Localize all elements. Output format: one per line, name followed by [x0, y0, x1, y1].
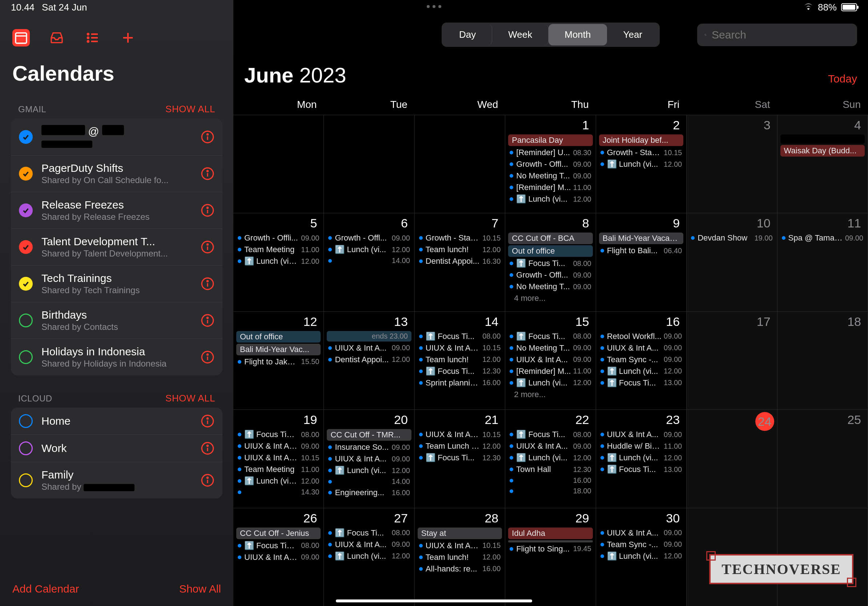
event-row[interactable]: ⬆️ Focus Ti...12.30 — [418, 452, 502, 463]
info-icon[interactable] — [201, 240, 214, 254]
event-bar[interactable]: Out of office — [508, 245, 592, 257]
event-row[interactable]: ⬆️ Focus Ti...08.00 — [418, 331, 502, 342]
event-bar[interactable]: ends 23.00 — [327, 331, 411, 342]
add-button[interactable] — [119, 29, 137, 46]
event-row[interactable]: UIUX & Int A...09.00 — [327, 453, 411, 464]
add-calendar-button[interactable]: Add Calendar — [12, 583, 79, 595]
event-row[interactable]: ⬆️ Focus Tim...08.00 — [236, 540, 321, 551]
event-row[interactable]: Town Hall12.30 — [508, 464, 592, 475]
event-row[interactable]: Growth - Offl...09.00 — [327, 232, 411, 243]
event-bar[interactable]: Bali Mid-Year Vacation — [599, 232, 684, 244]
segment-week[interactable]: Week — [492, 24, 549, 45]
event-row[interactable]: Team lunch!12.00 — [418, 354, 502, 365]
calendar-checkbox[interactable] — [19, 441, 33, 455]
event-bar[interactable]: Idul Adha — [508, 527, 592, 539]
show-all-button[interactable]: Show All — [179, 583, 221, 595]
segment-day[interactable]: Day — [443, 24, 492, 45]
event-row[interactable]: 16.00 — [508, 476, 592, 485]
info-icon[interactable] — [201, 414, 214, 428]
event-row[interactable]: Flight to Jakar...15.50 — [236, 356, 321, 367]
info-icon[interactable] — [201, 167, 214, 181]
home-indicator[interactable] — [336, 600, 532, 602]
event-row[interactable]: Growth - Offl...09.00 — [508, 270, 592, 280]
day-cell[interactable]: 2Joint Holiday bef...Growth - Stan...10.… — [596, 115, 687, 213]
event-row[interactable]: ⬆️ Lunch (vi...12.00 — [327, 244, 411, 255]
event-row[interactable]: UIUX & Int A...09.00 — [508, 354, 592, 365]
event-row[interactable]: ⬆️ Focus Ti...08.00 — [508, 331, 592, 342]
more-link[interactable]: 2 more... — [508, 389, 592, 400]
day-cell[interactable]: 6Growth - Offl...09.00⬆️ Lunch (vi...12.… — [324, 213, 414, 311]
day-cell[interactable]: 25 — [778, 410, 868, 507]
event-bar[interactable]: Waisak Day (Budd... — [780, 145, 865, 156]
day-cell[interactable]: 14⬆️ Focus Ti...08.00UIUX & Int AP...10.… — [415, 311, 505, 410]
event-row[interactable]: ⬆️ Focus Tim...08.00 — [236, 429, 321, 440]
event-row[interactable]: ⬆️ Focus Ti...13.00 — [599, 377, 684, 388]
event-row[interactable]: Sprint plannin...16.00 — [418, 377, 502, 388]
segment-month[interactable]: Month — [549, 24, 607, 45]
day-cell[interactable]: 8CC Cut Off - BCAOut of office⬆️ Focus T… — [505, 213, 596, 311]
day-cell[interactable]: 29Idul AdhaFlight to Sing...19.45 — [505, 508, 596, 606]
info-icon[interactable] — [201, 350, 214, 364]
event-row[interactable]: UIUX & Int A...09.00 — [599, 429, 684, 440]
event-row[interactable]: UIUX & Int A...09.00 — [327, 539, 411, 550]
day-cell[interactable]: 12Out of officeBali Mid-Year Vac...Fligh… — [233, 311, 324, 410]
day-cell[interactable]: 28Stay atUIUX & Int AP...10.15Team lunch… — [415, 508, 505, 606]
event-row[interactable]: ⬆️ Lunch (vi...12.00 — [327, 465, 411, 476]
event-row[interactable]: 14.00 — [327, 477, 411, 487]
event-row[interactable]: ⬆️ Lunch (vi...12.00 — [599, 551, 684, 562]
info-icon[interactable] — [201, 441, 214, 455]
multitask-dots-icon[interactable] — [427, 5, 441, 8]
event-row[interactable]: ⬆️ Focus Ti...08.00 — [327, 527, 411, 538]
event-row[interactable]: ⬆️ Focus Ti...12.30 — [418, 366, 502, 377]
event-row[interactable]: ⬆️ Lunch (vi...12.00 — [508, 452, 592, 463]
event-row[interactable]: Growth - Stan...10.15 — [418, 232, 502, 243]
event-row[interactable]: Team lunch!12.00 — [418, 244, 502, 255]
day-cell[interactable]: 7Growth - Stan...10.15Team lunch!12.00De… — [415, 213, 505, 311]
event-row[interactable]: Team Meeting11.00 — [236, 244, 321, 255]
calendar-item[interactable]: @ — [11, 118, 222, 156]
day-cell[interactable]: 3 — [687, 115, 777, 213]
day-cell[interactable]: 9Bali Mid-Year VacationFlight to Bali...… — [596, 213, 687, 311]
event-row[interactable]: ⬆️ Lunch (vi...12.00 — [599, 159, 684, 170]
event-bar[interactable] — [780, 134, 865, 144]
inbox-button[interactable] — [48, 29, 65, 46]
event-row[interactable]: Growth - Offli...09.00 — [236, 232, 321, 243]
day-cell[interactable]: 18 — [778, 311, 868, 410]
event-row[interactable]: [Reminder] M...11.00 — [508, 182, 592, 193]
day-cell[interactable]: 21UIUX & Int AP...10.15Team Lunch -...12… — [415, 410, 505, 507]
calendar-checkbox[interactable] — [19, 130, 33, 144]
event-row[interactable]: Team Sync -...09.00 — [599, 354, 684, 365]
calendar-item[interactable]: Talent Development T...Shared by Talent … — [11, 229, 222, 266]
calendar-item[interactable]: FamilyShared by — [11, 462, 222, 498]
calendar-item[interactable]: BirthdaysShared by Contacts — [11, 302, 222, 339]
event-row[interactable]: UIUX & Int A...09.00 — [599, 343, 684, 354]
today-button[interactable]: Today — [828, 73, 857, 85]
calendar-item[interactable]: PagerDuty ShiftsShared by On Call Schedu… — [11, 156, 222, 192]
event-bar[interactable]: Pancasila Day — [508, 134, 592, 146]
event-row[interactable]: Retool Workfl...09.00 — [599, 331, 684, 342]
day-cell[interactable]: 20CC Cut Off - TMR...Insurance So...09.0… — [324, 410, 414, 507]
event-row[interactable]: Flight to Bali...06.40 — [599, 245, 684, 256]
event-row[interactable]: Team Lunch -...12.00 — [418, 441, 502, 451]
event-row[interactable]: UIUX & Int AP...10.15 — [418, 343, 502, 354]
day-cell[interactable]: 13ends 23.00UIUX & Int A...09.00Dentist … — [324, 311, 414, 410]
event-row[interactable]: No Meeting T...09.00 — [508, 170, 592, 181]
event-row[interactable]: [Reminder] U...08.30 — [508, 147, 592, 158]
event-row[interactable]: UIUX & Int AP...09.00 — [236, 441, 321, 451]
event-row[interactable]: No Meeting T...09.00 — [508, 343, 592, 354]
event-row[interactable]: Growth - Offl...09.00 — [508, 159, 592, 170]
event-row[interactable]: Dentist Appoi...16.30 — [418, 256, 502, 267]
info-icon[interactable] — [201, 314, 214, 327]
calendar-item[interactable]: Work — [11, 435, 222, 462]
event-row[interactable]: 18.00 — [508, 486, 592, 496]
event-bar[interactable]: Stay at — [418, 527, 502, 539]
search-box[interactable] — [697, 24, 857, 46]
info-icon[interactable] — [201, 130, 214, 144]
calendar-item[interactable]: Release FreezesShared by Release Freezes — [11, 192, 222, 229]
calendar-view-button[interactable] — [12, 29, 30, 46]
info-icon[interactable] — [201, 473, 214, 487]
event-row[interactable]: UIUX & Int API...10.15 — [236, 452, 321, 463]
day-cell[interactable]: 15⬆️ Focus Ti...08.00No Meeting T...09.0… — [505, 311, 596, 410]
event-row[interactable]: Team Sync -...09.00 — [599, 539, 684, 550]
show-all-link[interactable]: SHOW ALL — [165, 393, 215, 404]
